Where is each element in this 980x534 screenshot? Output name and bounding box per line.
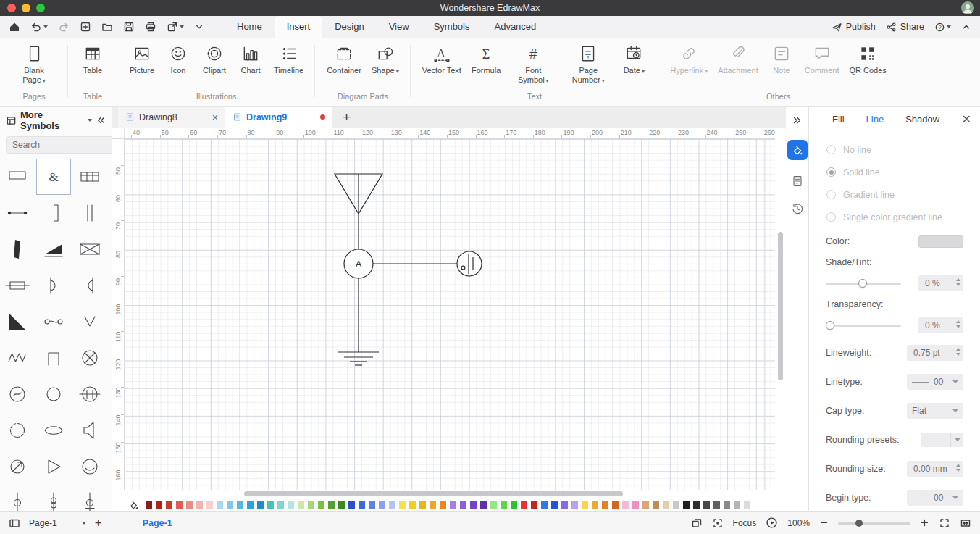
collapse-sidebar-icon[interactable]	[96, 115, 106, 125]
palette-color[interactable]	[450, 501, 456, 509]
palette-color[interactable]	[622, 501, 629, 509]
switch-view-icon[interactable]	[691, 517, 703, 529]
drawing-canvas[interactable]: A	[125, 139, 775, 490]
palette-color[interactable]	[409, 501, 416, 509]
palette-color[interactable]	[693, 501, 700, 509]
symbol-circle-arrow[interactable]	[0, 449, 35, 485]
ribbon-button-vector-text[interactable]: AVector Text	[418, 43, 466, 77]
palette-color[interactable]	[308, 501, 314, 509]
panel-tab-shadow[interactable]: Shadow	[905, 114, 939, 125]
lineweight-spinner[interactable]: 0.75 pt	[907, 345, 963, 361]
palette-color[interactable]	[460, 501, 466, 509]
palette-color[interactable]	[531, 501, 537, 509]
redo-button[interactable]	[58, 21, 70, 33]
ribbon-button-qr-codes[interactable]: QR Codes	[845, 43, 890, 77]
palette-color[interactable]	[166, 501, 172, 509]
palette-color[interactable]	[146, 501, 152, 509]
palette-color[interactable]	[582, 501, 588, 509]
add-page-button[interactable]: +	[95, 516, 102, 530]
symbol-shell-right[interactable]	[72, 267, 107, 304]
ribbon-button-table[interactable]: Table	[75, 43, 110, 77]
palette-color[interactable]	[592, 501, 598, 509]
palette-color[interactable]	[328, 501, 335, 509]
zoom-value[interactable]: 100%	[787, 518, 810, 528]
symbol-circle-x[interactable]	[72, 340, 107, 376]
linetype-dropdown[interactable]: 00	[907, 374, 963, 390]
palette-color[interactable]	[359, 501, 365, 509]
palette-color[interactable]	[551, 501, 558, 509]
palette-color[interactable]	[602, 501, 608, 509]
palette-color[interactable]	[521, 501, 527, 509]
symbol-shell-left[interactable]	[36, 267, 71, 304]
page-selector[interactable]: Page-1	[29, 518, 86, 528]
vertical-ruler[interactable]: 5060708090100110120130140150160	[112, 139, 125, 490]
symbol-pole-c[interactable]	[72, 485, 107, 511]
palette-color[interactable]	[511, 501, 517, 509]
page-selector-caret-icon[interactable]	[82, 522, 86, 525]
palette-color[interactable]	[176, 501, 183, 509]
undo-button[interactable]	[30, 21, 48, 33]
radio-icon[interactable]	[826, 190, 836, 199]
palette-color[interactable]	[369, 501, 375, 509]
palette-color[interactable]	[470, 501, 477, 509]
symbol-solid-bar[interactable]	[0, 231, 35, 267]
home-button[interactable]	[9, 21, 20, 33]
ribbon-button-formula[interactable]: ΣFormula	[467, 43, 505, 77]
symbol-library-icon[interactable]	[6, 115, 17, 126]
ribbon-button-page-number[interactable]: 1Page Number▾	[561, 43, 615, 86]
palette-color[interactable]	[389, 501, 395, 509]
palette-color[interactable]	[196, 501, 203, 509]
palette-color[interactable]	[237, 501, 243, 509]
zoom-out-button[interactable]	[819, 518, 829, 527]
palette-color[interactable]	[267, 501, 274, 509]
ribbon-button-blank-page[interactable]: Blank Page▾	[7, 43, 61, 86]
tab-advanced[interactable]: Advanced	[482, 16, 548, 38]
symbol-table-rect[interactable]	[72, 159, 107, 195]
dropdown-caret-icon[interactable]: ▾	[642, 68, 645, 75]
zoom-slider[interactable]	[838, 518, 910, 528]
ribbon-button-note[interactable]: Note	[764, 43, 799, 77]
undo-caret-icon[interactable]	[43, 25, 48, 28]
document-tab-drawing9[interactable]: Drawing9	[225, 107, 332, 128]
dropdown-caret-icon[interactable]	[952, 409, 958, 412]
vertical-scrollbar[interactable]	[775, 139, 786, 490]
symbol-speaker[interactable]	[72, 412, 107, 449]
fill-panel-button[interactable]	[787, 140, 808, 160]
dropdown-caret-icon[interactable]: ▾	[602, 78, 605, 84]
page-panel-toggle-icon[interactable]	[9, 517, 20, 529]
publish-button[interactable]: Publish	[832, 22, 876, 33]
collapse-ribbon-button[interactable]	[961, 22, 971, 32]
fullscreen-button[interactable]	[939, 517, 950, 529]
tab-insert[interactable]: Insert	[275, 16, 323, 38]
palette-color[interactable]	[703, 501, 710, 509]
dropdown-caret-icon[interactable]	[952, 380, 958, 383]
page-tab[interactable]: Page-1	[143, 518, 172, 528]
slider-thumb[interactable]	[826, 321, 834, 330]
vertical-scrollbar-thumb[interactable]	[778, 232, 783, 380]
symbol-crossed-box[interactable]	[72, 231, 107, 267]
palette-color[interactable]	[571, 501, 578, 509]
circuit-drawing[interactable]: A	[125, 139, 775, 490]
ribbon-button-font-symbol[interactable]: #Font Symbol▾	[506, 43, 560, 86]
palette-color[interactable]	[247, 501, 254, 509]
symbol-pole-b[interactable]	[36, 485, 71, 511]
zoom-slider-thumb[interactable]	[855, 520, 863, 527]
palette-color[interactable]	[338, 501, 345, 509]
symbol-circle[interactable]	[36, 376, 71, 412]
tab-symbols[interactable]: Symbols	[422, 16, 482, 38]
palette-color[interactable]	[653, 501, 659, 509]
symbol-search[interactable]	[6, 136, 112, 154]
ribbon-button-shape[interactable]: Shape▾	[367, 43, 403, 77]
tab-design[interactable]: Design	[322, 16, 376, 38]
palette-color[interactable]	[541, 501, 548, 509]
palette-color[interactable]	[734, 501, 740, 509]
palette-color[interactable]	[430, 501, 436, 509]
palette-color[interactable]	[490, 501, 497, 509]
palette-color[interactable]	[683, 501, 690, 509]
fit-window-button[interactable]	[960, 517, 971, 529]
panel-tab-line[interactable]: Line	[866, 114, 884, 125]
begin-type-dropdown[interactable]: 00	[907, 490, 963, 506]
palette-color[interactable]	[480, 501, 487, 509]
symbol-sawtooth[interactable]	[0, 340, 35, 376]
palette-color[interactable]	[217, 501, 223, 509]
